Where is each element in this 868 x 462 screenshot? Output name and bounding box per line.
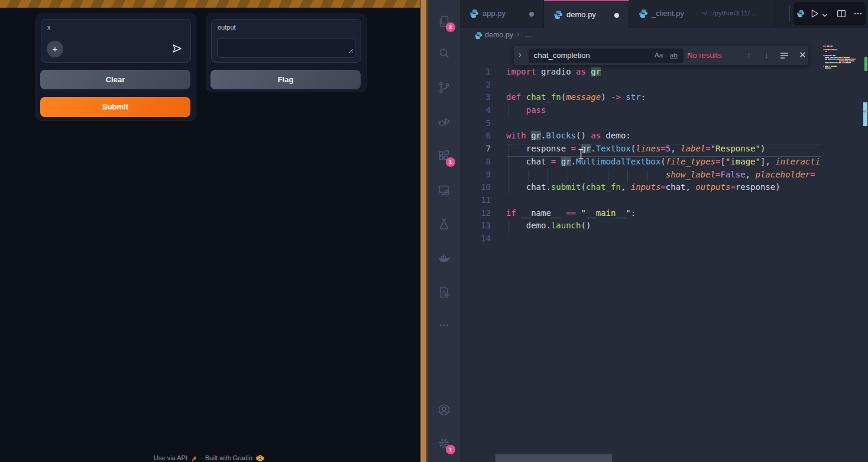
upload-plus-button[interactable]: + — [47, 41, 63, 57]
code-line[interactable]: 10 chat.submit(chat_fn, inputs=chat, out… — [460, 182, 821, 195]
python-file-icon — [639, 9, 648, 21]
run-and-debug-icon[interactable] — [437, 115, 451, 129]
line-text: show_label=False, placeholder= — [506, 170, 815, 179]
code-line[interactable]: 13 demo.launch() — [460, 221, 821, 234]
line-number: 7 — [460, 144, 491, 153]
line-number: 5 — [460, 118, 491, 128]
code-line[interactable]: 11 — [460, 195, 821, 208]
submit-button[interactable]: Submit — [40, 97, 190, 117]
tab-bar: app.py demo.py _client.py ~/.../python3.… — [460, 0, 868, 28]
find-expand-chevron-icon[interactable]: › — [519, 49, 522, 59]
whole-word-icon[interactable]: ab — [670, 51, 678, 59]
line-text: with gr.Blocks() as demo: — [506, 131, 631, 140]
code-line[interactable]: 8 chat = gr.MultimodalTextbox(file_types… — [460, 157, 821, 170]
docker-icon[interactable] — [437, 251, 451, 266]
code-line[interactable]: 7 response = gr.Textbox(lines=5, label="… — [460, 144, 821, 157]
line-number: 14 — [460, 234, 491, 243]
remote-explorer-icon[interactable] — [437, 183, 451, 198]
code-editor[interactable]: 1import gradio as gr23def chat_fn(messag… — [460, 43, 821, 462]
line-number: 10 — [460, 182, 491, 192]
overview-mark-blue — [863, 102, 867, 126]
extensions-icon[interactable]: 1 — [437, 149, 451, 163]
output-textarea[interactable] — [217, 38, 355, 58]
overview-ruler[interactable] — [863, 43, 868, 462]
find-next-icon[interactable]: ↓ — [765, 50, 769, 60]
input-label: x — [47, 24, 51, 31]
tabbar-separator — [789, 5, 790, 22]
code-line[interactable]: 12if __name__ == "__main__": — [460, 208, 821, 221]
tab-label: _client.py — [652, 9, 684, 18]
flag-button[interactable]: Flag — [210, 70, 361, 89]
more-views-icon[interactable] — [437, 318, 451, 332]
tab-demo-py[interactable]: demo.py — [544, 0, 629, 28]
line-text: def chat_fn(message) -> str: — [506, 92, 646, 102]
settings-gear-icon[interactable]: 1 — [437, 437, 451, 451]
horizontal-scrollbar[interactable] — [495, 454, 612, 462]
find-status: No results — [687, 51, 722, 60]
loading-stripes-bar — [0, 0, 420, 8]
testing-beaker-icon[interactable] — [437, 217, 451, 231]
settings-badge: 1 — [446, 445, 455, 454]
run-dropdown-chevron-icon[interactable] — [821, 11, 828, 21]
line-number: 13 — [460, 221, 491, 230]
multimodal-input[interactable]: x + — [41, 19, 191, 63]
output-card: output Flag — [206, 14, 367, 92]
modified-dot-icon[interactable] — [529, 12, 534, 17]
extensions-badge: 1 — [446, 157, 455, 167]
match-case-icon[interactable]: Aa — [655, 51, 663, 59]
output-label: output — [218, 24, 236, 31]
python-mini-icon — [796, 9, 805, 20]
code-line[interactable]: 5 — [460, 118, 821, 131]
tools-file-icon[interactable] — [437, 285, 451, 299]
code-line[interactable]: 2 — [460, 80, 821, 93]
footer-separator: · — [201, 454, 203, 461]
explorer-icon[interactable]: 2 — [437, 14, 451, 28]
clear-button[interactable]: Clear — [40, 70, 190, 89]
line-text: chat = gr.MultimodalTextbox(file_types=[… — [506, 157, 821, 166]
resize-handle-icon[interactable] — [348, 46, 354, 56]
find-previous-icon[interactable]: ↑ — [747, 50, 751, 60]
code-line[interactable]: 14 — [460, 234, 821, 247]
use-via-api-link[interactable]: Use via API — [154, 454, 187, 461]
line-number: 9 — [460, 170, 491, 179]
find-input[interactable]: chat_completion Aa ab .* — [529, 49, 684, 63]
more-actions-icon[interactable] — [853, 8, 863, 21]
split-editor-icon[interactable] — [836, 8, 847, 21]
run-button-icon[interactable] — [809, 8, 820, 21]
send-icon[interactable] — [169, 41, 184, 56]
tab-app-py[interactable]: app.py — [460, 0, 544, 27]
modified-dot-icon[interactable] — [614, 13, 619, 18]
code-line[interactable]: 6with gr.Blocks() as demo: — [460, 131, 821, 144]
accounts-icon[interactable] — [437, 403, 451, 417]
rocket-icon — [191, 455, 197, 461]
line-number: 12 — [460, 208, 491, 218]
breadcrumb-file[interactable]: demo.py — [485, 31, 513, 39]
window-divider[interactable] — [420, 0, 428, 462]
code-line[interactable]: 4 pass — [460, 105, 821, 118]
line-text: import gradio as gr — [506, 67, 601, 76]
overview-mark-green — [864, 57, 867, 71]
code-line[interactable]: 9 show_label=False, placeholder= — [460, 170, 821, 183]
line-number: 6 — [460, 131, 491, 140]
line-number: 3 — [460, 92, 491, 102]
gradio-app-pane: x + Clear Submit output Flag Use vi — [0, 0, 420, 462]
tab-client-py[interactable]: _client.py ~/.../python3.11/... — [629, 0, 775, 27]
minimap[interactable] — [821, 43, 864, 462]
breadcrumb-more[interactable]: … — [525, 31, 533, 39]
input-card: x + Clear Submit — [35, 14, 196, 121]
search-icon[interactable] — [437, 46, 451, 60]
python-file-icon — [474, 31, 482, 41]
minimap-content — [821, 43, 864, 462]
built-with-gradio-link[interactable]: Built with Gradio — [205, 454, 252, 461]
code-line[interactable]: 3def chat_fn(message) -> str: — [460, 92, 821, 105]
output-panel: output — [211, 19, 361, 63]
source-control-icon[interactable] — [437, 80, 451, 95]
tab-label: demo.py — [566, 10, 596, 19]
code-line[interactable]: 1import gradio as gr — [460, 67, 821, 80]
find-in-selection-icon[interactable] — [780, 51, 789, 62]
explorer-badge: 2 — [446, 22, 455, 32]
line-text: response = gr.Textbox(lines=5, label="Re… — [506, 144, 765, 153]
close-find-icon[interactable]: ✕ — [799, 50, 807, 60]
code-lines: 1import gradio as gr23def chat_fn(messag… — [460, 67, 821, 247]
python-file-icon — [469, 9, 479, 21]
